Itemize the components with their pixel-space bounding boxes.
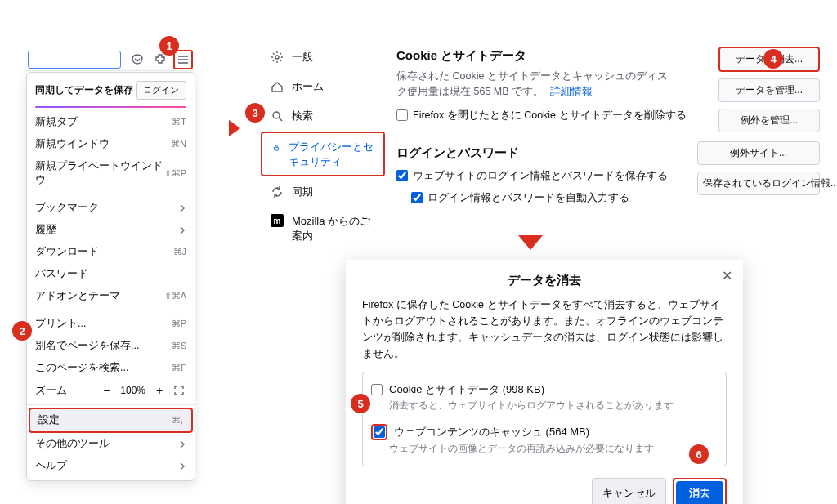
- step-badge-5: 5: [351, 394, 370, 413]
- option-desc: 消去すると、ウェブサイトからログアウトされることがあります: [389, 399, 718, 413]
- step-badge-3: 3: [245, 103, 265, 123]
- svg-point-0: [275, 56, 279, 59]
- nav-label: 一般: [292, 50, 313, 65]
- text: 565 MB です。: [473, 86, 544, 97]
- zoom-in-button[interactable]: +: [152, 383, 167, 398]
- menu-history[interactable]: 履歴: [27, 219, 195, 241]
- sync-row: 同期してデータを保存 ログイン: [27, 76, 195, 106]
- checkbox-label: Firefox を閉じたときに Cookie とサイトデータを削除する: [413, 109, 687, 123]
- cache-checkbox[interactable]: [374, 426, 385, 438]
- menu-label: ブックマーク: [35, 201, 99, 215]
- pocket-icon[interactable]: [128, 50, 147, 69]
- settings-panel: 一般 ホーム 検索 プライバシーとセキュリティ 同期 m Mozilla からの…: [257, 37, 813, 237]
- menu-label: 別名でページを保存...: [35, 339, 139, 353]
- logins-action-buttons: 例外サイト... 保存されているログイン情報...: [697, 141, 820, 195]
- menu-help[interactable]: ヘルプ: [27, 455, 195, 477]
- svg-point-1: [273, 112, 280, 118]
- cookies-checkbox[interactable]: [371, 384, 383, 395]
- app-menu: 同期してデータを保存 ログイン 新規タブ⌘T 新規ウインドウ⌘N 新規プライベー…: [26, 72, 195, 481]
- nav-sync[interactable]: 同期: [261, 178, 385, 206]
- shortcut: ⌘F: [172, 363, 186, 373]
- menu-passwords[interactable]: パスワード: [27, 263, 195, 285]
- menu-label: ヘルプ: [35, 459, 67, 473]
- menu-new-tab[interactable]: 新規タブ⌘T: [27, 111, 195, 133]
- shortcut: ⌘,: [172, 415, 183, 426]
- manage-data-button[interactable]: データを管理...: [718, 78, 820, 102]
- menu-label: パスワード: [35, 267, 88, 281]
- menu-downloads[interactable]: ダウンロード⌘J: [27, 241, 195, 263]
- url-bar[interactable]: [28, 51, 121, 69]
- chevron-right-icon: [178, 440, 186, 448]
- menu-label: 履歴: [35, 223, 56, 237]
- menu-bookmarks[interactable]: ブックマーク: [27, 197, 195, 219]
- save-logins-checkbox[interactable]: [396, 170, 408, 181]
- dialog-title: データを消去: [362, 273, 727, 288]
- down-arrow-icon: [518, 235, 543, 250]
- nav-home[interactable]: ホーム: [261, 73, 385, 100]
- option-cookies-row[interactable]: Cookie とサイトデータ (998 KB): [371, 382, 718, 397]
- shortcut: ⌘N: [171, 139, 186, 149]
- right-arrow-icon: [229, 120, 240, 136]
- menu-label: 新規ウインドウ: [35, 137, 110, 151]
- shortcut: ⌘T: [172, 117, 186, 127]
- saved-logins-button[interactable]: 保存されているログイン情報...: [697, 172, 820, 195]
- nav-mozilla[interactable]: m Mozilla からのご案内: [261, 207, 385, 249]
- cancel-button[interactable]: キャンセル: [592, 478, 666, 504]
- menu-print[interactable]: プリント...⌘P: [27, 313, 195, 335]
- clear-button[interactable]: 消去: [676, 481, 723, 504]
- login-button[interactable]: ログイン: [136, 81, 186, 100]
- chevron-right-icon: [178, 204, 186, 212]
- login-exceptions-button[interactable]: 例外サイト...: [697, 141, 820, 165]
- gear-icon: [271, 51, 284, 64]
- checkbox-label: ウェブサイトのログイン情報とパスワードを保存する: [413, 169, 668, 183]
- menu-separator: [27, 404, 195, 405]
- chevron-right-icon: [178, 226, 186, 234]
- clear-button-highlight: 消去: [673, 478, 727, 504]
- menu-separator: [27, 194, 195, 194]
- menu-separator: [27, 310, 195, 310]
- menu-addons[interactable]: アドオンとテーマ⇧⌘A: [27, 285, 195, 307]
- nav-label: 検索: [292, 109, 313, 123]
- menu-more-tools[interactable]: その他のツール: [27, 433, 195, 455]
- shortcut: ⇧⌘A: [164, 291, 186, 301]
- settings-nav: 一般 ホーム 検索 プライバシーとセキュリティ 同期 m Mozilla からの…: [257, 37, 388, 256]
- search-icon: [271, 109, 284, 123]
- zoom-percent: 100%: [119, 385, 147, 396]
- menu-save-as[interactable]: 別名でページを保存...⌘S: [27, 335, 195, 357]
- fullscreen-icon[interactable]: [172, 383, 186, 398]
- option-cookies: Cookie とサイトデータ (998 KB) 消去すると、ウェブサイトからログ…: [371, 379, 718, 416]
- sync-title: 同期してデータを保存: [35, 83, 133, 97]
- sync-divider: [35, 106, 186, 108]
- step-badge-4: 4: [763, 49, 783, 69]
- nav-label: ホーム: [292, 79, 324, 94]
- menu-find[interactable]: このページを検索...⌘F: [27, 357, 195, 379]
- step-badge-1: 1: [159, 36, 179, 56]
- delete-on-close-checkbox[interactable]: [396, 109, 408, 121]
- autofill-checkbox[interactable]: [411, 192, 423, 203]
- menu-label: ダウンロード: [35, 245, 99, 259]
- menu-label: その他のツール: [35, 437, 110, 451]
- option-cache-row[interactable]: ウェブコンテンツのキャッシュ (564 MB): [371, 424, 718, 440]
- menu-label: 新規タブ: [35, 115, 78, 129]
- shortcut: ⇧⌘P: [164, 168, 186, 179]
- more-info-link[interactable]: 詳細情報: [550, 86, 593, 97]
- option-cache: ウェブコンテンツのキャッシュ (564 MB) ウェブサイトの画像とデータの再読…: [371, 421, 718, 459]
- step-badge-2: 2: [12, 321, 32, 341]
- option-desc: ウェブサイトの画像とデータの再読み込みが必要になります: [389, 442, 718, 456]
- sync-icon: [271, 185, 284, 198]
- menu-new-private-window[interactable]: 新規プライベートウインドウ⇧⌘P: [27, 155, 195, 191]
- zoom-out-button[interactable]: −: [99, 383, 114, 398]
- exceptions-button[interactable]: 例外を管理...: [718, 109, 820, 132]
- close-button[interactable]: ✕: [718, 270, 735, 286]
- nav-search[interactable]: 検索: [261, 102, 385, 130]
- svg-rect-2: [274, 147, 278, 150]
- menu-settings[interactable]: 設定⌘,: [29, 408, 193, 433]
- shortcut: ⌘J: [173, 247, 187, 257]
- nav-privacy[interactable]: プライバシーとセキュリティ: [261, 132, 385, 176]
- option-label: ウェブコンテンツのキャッシュ (564 MB): [394, 425, 589, 439]
- lock-icon: [272, 141, 280, 154]
- nav-general[interactable]: 一般: [261, 43, 385, 71]
- menu-new-window[interactable]: 新規ウインドウ⌘N: [27, 133, 195, 155]
- shortcut: ⌘P: [172, 319, 186, 329]
- step-badge-6: 6: [689, 444, 709, 464]
